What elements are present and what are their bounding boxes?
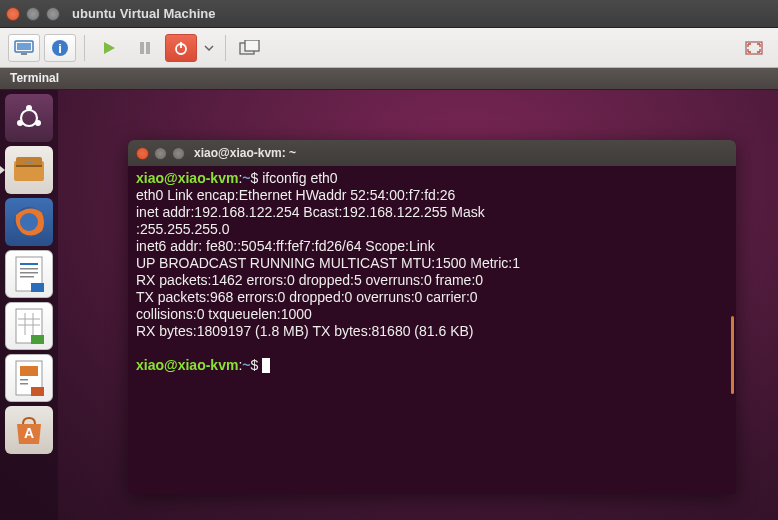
- monitor-button[interactable]: [8, 34, 40, 62]
- writer-icon[interactable]: [5, 250, 53, 298]
- output-line: collisions:0 txqueuelen:1000: [136, 306, 728, 323]
- calc-icon[interactable]: [5, 302, 53, 350]
- fullscreen-icon: [239, 40, 261, 56]
- separator: [84, 35, 85, 61]
- play-icon: [101, 40, 117, 56]
- svg-point-15: [35, 120, 41, 126]
- output-line: RX packets:1462 errors:0 dropped:5 overr…: [136, 272, 728, 289]
- svg-rect-18: [16, 165, 42, 167]
- svg-rect-23: [20, 263, 38, 265]
- presentation-icon: [12, 359, 46, 397]
- terminal-body[interactable]: xiao@xiao-kvm:~$ ifconfig eth0 eth0 Link…: [128, 166, 736, 494]
- vm-minimize-button[interactable]: [26, 7, 40, 21]
- cursor: [262, 358, 270, 373]
- output-line: eth0 Link encap:Ethernet HWaddr 52:54:00…: [136, 187, 728, 204]
- pause-icon: [138, 41, 152, 55]
- svg-rect-37: [20, 383, 28, 385]
- output-line: inet6 addr: fe80::5054:ff:fef7:fd26/64 S…: [136, 238, 728, 255]
- terminal-title: xiao@xiao-kvm: ~: [194, 146, 296, 160]
- svg-point-13: [26, 105, 32, 111]
- prompt-user: xiao@xiao-kvm: [136, 170, 238, 186]
- vm-titlebar: ubuntu Virtual Machine: [0, 0, 778, 28]
- terminal-titlebar[interactable]: xiao@xiao-kvm: ~: [128, 140, 736, 166]
- terminal-scrollbar[interactable]: [731, 316, 734, 394]
- svg-rect-26: [20, 276, 34, 278]
- software-center-icon[interactable]: A: [5, 406, 53, 454]
- svg-rect-5: [140, 42, 144, 54]
- output-line: UP BROADCAST RUNNING MULTICAST MTU:1500 …: [136, 255, 728, 272]
- chevron-down-icon: [204, 45, 214, 51]
- svg-rect-27: [31, 283, 44, 292]
- svg-rect-10: [245, 40, 259, 51]
- terminal-window: xiao@xiao-kvm: ~ xiao@xiao-kvm:~$ ifconf…: [128, 140, 736, 494]
- info-icon: i: [51, 39, 69, 57]
- files-icon[interactable]: [5, 146, 53, 194]
- unity-launcher: A: [0, 90, 58, 520]
- active-tab-label[interactable]: Terminal: [0, 68, 778, 90]
- svg-rect-36: [20, 379, 28, 381]
- guest-desktop[interactable]: A xiao@xiao-kvm: ~ xiao@xiao-kvm:~$ ifco…: [0, 90, 778, 520]
- command-text: ifconfig eth0: [262, 170, 338, 186]
- dash-icon[interactable]: [5, 94, 53, 142]
- separator: [225, 35, 226, 61]
- output-line: TX packets:968 errors:0 dropped:0 overru…: [136, 289, 728, 306]
- pause-button[interactable]: [129, 34, 161, 62]
- output-line: :255.255.255.0: [136, 221, 728, 238]
- spreadsheet-icon: [12, 307, 46, 345]
- vm-maximize-button[interactable]: [46, 7, 60, 21]
- vm-toolbar: i: [0, 28, 778, 68]
- svg-rect-35: [20, 366, 38, 376]
- firefox-logo-icon: [10, 203, 48, 241]
- info-button[interactable]: i: [44, 34, 76, 62]
- ubuntu-logo-icon: [14, 103, 44, 133]
- monitor-icon: [14, 40, 34, 56]
- vm-title: ubuntu Virtual Machine: [72, 6, 216, 21]
- fit-button[interactable]: [738, 34, 770, 62]
- file-manager-icon: [12, 155, 46, 185]
- terminal-maximize-button[interactable]: [172, 147, 185, 160]
- svg-text:i: i: [58, 41, 62, 56]
- svg-point-21: [20, 213, 38, 231]
- power-dropdown[interactable]: [201, 34, 217, 62]
- power-icon: [174, 41, 188, 55]
- svg-point-12: [21, 110, 37, 126]
- svg-text:A: A: [24, 425, 34, 441]
- impress-icon[interactable]: [5, 354, 53, 402]
- fullscreen-button[interactable]: [234, 34, 266, 62]
- vm-close-button[interactable]: [6, 7, 20, 21]
- svg-rect-19: [25, 161, 33, 164]
- svg-rect-1: [17, 43, 31, 50]
- power-button[interactable]: [165, 34, 197, 62]
- svg-rect-25: [20, 272, 38, 274]
- output-line: inet addr:192.168.122.254 Bcast:192.168.…: [136, 204, 728, 221]
- play-button[interactable]: [93, 34, 125, 62]
- svg-rect-2: [21, 53, 27, 55]
- svg-point-14: [17, 120, 23, 126]
- output-line: RX bytes:1809197 (1.8 MB) TX bytes:81680…: [136, 323, 728, 340]
- terminal-minimize-button[interactable]: [154, 147, 167, 160]
- terminal-close-button[interactable]: [136, 147, 149, 160]
- svg-rect-38: [31, 387, 44, 396]
- active-arrow-icon: [0, 166, 5, 174]
- svg-rect-6: [146, 42, 150, 54]
- document-icon: [12, 255, 46, 293]
- shopping-bag-icon: A: [11, 414, 47, 446]
- firefox-icon[interactable]: [5, 198, 53, 246]
- svg-rect-33: [31, 335, 44, 344]
- fit-icon: [745, 41, 763, 55]
- svg-rect-24: [20, 268, 38, 270]
- prompt-user: xiao@xiao-kvm: [136, 357, 238, 373]
